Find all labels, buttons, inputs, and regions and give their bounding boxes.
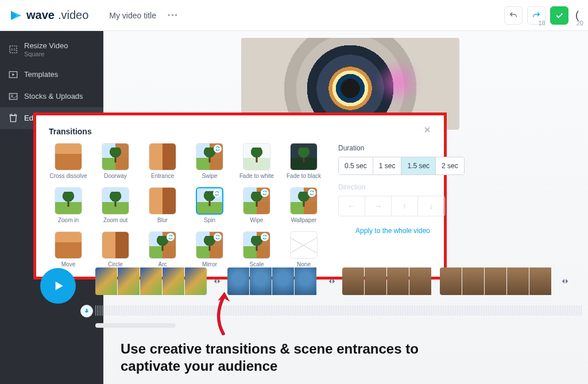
transition-thumbnail: [102, 143, 129, 170]
apply-whole-video-link[interactable]: Apply to the whole video: [338, 227, 447, 235]
audio-track[interactable]: [95, 304, 582, 317]
transition-thumbnail: [243, 143, 270, 170]
transition-cross-dissolve[interactable]: Cross dissolve: [49, 143, 88, 179]
redo-icon: [532, 11, 541, 20]
mic-button[interactable]: [80, 305, 93, 317]
transition-blur[interactable]: Blur: [143, 187, 182, 223]
sidebar-item-stocks[interactable]: Stocks & Uploads: [0, 86, 103, 107]
timeline-ruler: 18 20: [539, 20, 584, 26]
transition-swipe[interactable]: Swipe: [190, 143, 229, 179]
clip[interactable]: [227, 267, 322, 295]
transition-label: Doorway: [104, 173, 126, 179]
more-options[interactable]: •••: [168, 11, 179, 20]
transition-wipe[interactable]: Wipe: [237, 187, 276, 223]
duration-group: 0.5 sec1 sec1.5 sec2 sec: [338, 157, 465, 175]
check-icon: [555, 11, 564, 20]
brand-logo[interactable]: wave.video: [9, 9, 88, 22]
annotation-callout: Use creative transitions & scene entranc…: [121, 340, 459, 375]
arrow-left-icon: ←: [348, 201, 356, 211]
close-button[interactable]: [421, 123, 434, 136]
transition-label: Wallpaper: [291, 217, 317, 223]
transition-thumbnail: [243, 187, 270, 215]
timeline-area: [0, 254, 588, 333]
modal-right-column: Duration 0.5 sec1 sec1.5 sec2 sec Direct…: [338, 143, 465, 267]
transition-thumbnail: [149, 143, 176, 170]
direction-up-button[interactable]: ↑: [392, 196, 418, 216]
duration-option[interactable]: 1.5 sec: [401, 157, 436, 174]
transition-handle[interactable]: [560, 272, 570, 290]
transition-handle[interactable]: [327, 272, 336, 290]
transitions-grid: Cross dissolveDoorwayEntranceSwipeFade t…: [49, 143, 323, 267]
modal-title: Transitions: [49, 127, 431, 136]
brand-word-b: .video: [58, 9, 88, 22]
direction-label: Direction: [338, 183, 465, 191]
transition-fade-to-white[interactable]: Fade to white: [237, 143, 276, 179]
transition-label: Spin: [204, 217, 215, 223]
video-track[interactable]: [95, 267, 582, 296]
arrow-up-icon: ↑: [403, 201, 407, 211]
loop-badge-icon: [261, 233, 269, 241]
transition-label: Swipe: [202, 173, 217, 179]
mic-icon: [84, 308, 90, 314]
clip[interactable]: [95, 267, 207, 295]
transition-thumbnail: [290, 187, 318, 215]
resize-icon: 1:1: [8, 44, 18, 55]
transition-handle[interactable]: [212, 272, 222, 290]
transition-thumbnail: [149, 187, 176, 215]
duration-option[interactable]: 2 sec: [436, 157, 464, 174]
duration-option[interactable]: 1 sec: [373, 157, 402, 174]
brand-word-a: wave: [26, 9, 55, 22]
transition-thumbnail: [55, 187, 82, 215]
direction-down-button[interactable]: ↓: [418, 196, 444, 216]
app-header: wave.video My video title ••• (: [0, 0, 588, 31]
direction-right-button[interactable]: →: [365, 196, 392, 216]
loop-badge-icon: [213, 189, 221, 197]
transition-thumbnail: [196, 187, 223, 215]
transition-label: Wipe: [250, 217, 264, 223]
video-title[interactable]: My video title: [109, 11, 156, 20]
transition-zoom-out[interactable]: Zoom out: [96, 187, 135, 223]
transition-doorway[interactable]: Doorway: [96, 143, 135, 179]
play-button[interactable]: [40, 268, 76, 304]
loop-badge-icon: [214, 233, 222, 241]
waveform: [95, 305, 582, 316]
transition-zoom-in[interactable]: Zoom in: [49, 187, 88, 223]
transition-thumbnail: [290, 143, 318, 170]
sidebar-item-templates[interactable]: Templates: [0, 64, 103, 86]
play-icon: [51, 278, 65, 293]
transition-entrance[interactable]: Entrance: [143, 143, 182, 179]
direction-group: ← → ↑ ↓: [338, 196, 445, 216]
transition-icon: [561, 277, 569, 285]
transitions-modal: Transitions Cross dissolveDoorwayEntranc…: [37, 117, 443, 276]
transition-thumbnail: [196, 143, 223, 170]
wave-logo-icon: [9, 9, 23, 22]
close-icon: [423, 125, 432, 134]
transition-wallpaper[interactable]: Wallpaper: [284, 187, 323, 223]
direction-left-button[interactable]: ←: [339, 196, 365, 216]
transition-label: Fade to black: [287, 173, 321, 179]
sidebar-sublabel: Square: [24, 51, 68, 58]
transition-label: Blur: [157, 217, 168, 223]
loop-badge-icon: [214, 145, 222, 153]
transition-fade-to-black[interactable]: Fade to black: [284, 143, 323, 179]
arrow-right-icon: →: [374, 201, 382, 211]
transition-label: Cross dissolve: [49, 173, 87, 179]
timeline-scroll-thumb[interactable]: [95, 323, 176, 328]
undo-button[interactable]: [504, 6, 523, 25]
sidebar-item-resize[interactable]: 1:1 Resize Video Square: [0, 36, 103, 64]
clip[interactable]: [342, 267, 434, 295]
transition-thumbnail: [102, 187, 129, 215]
templates-icon: [8, 69, 18, 80]
sidebar-label: Stocks & Uploads: [24, 92, 83, 101]
edit-icon: [8, 113, 18, 123]
duration-label: Duration: [338, 144, 465, 152]
sidebar-label: Templates: [24, 70, 58, 79]
ruler-tick: 18: [539, 20, 546, 26]
clip[interactable]: [440, 267, 555, 295]
transition-spin[interactable]: Spin: [190, 187, 229, 223]
arrow-down-icon: ↓: [430, 201, 434, 211]
undo-icon: [509, 11, 518, 20]
transition-thumbnail: [55, 143, 82, 170]
loop-badge-icon: [308, 189, 316, 197]
duration-option[interactable]: 0.5 sec: [339, 157, 373, 174]
